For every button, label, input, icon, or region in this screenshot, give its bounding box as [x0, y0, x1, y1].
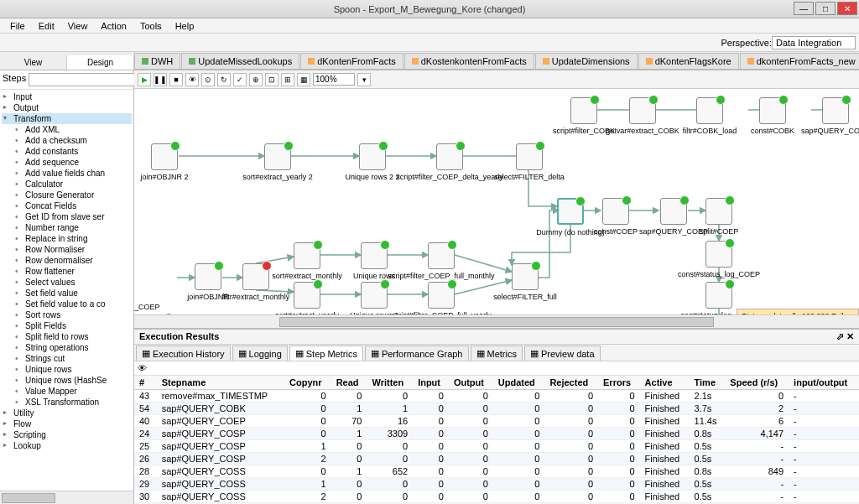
col-header[interactable]: Time: [690, 376, 726, 390]
table-row[interactable]: 29sap#QUERY_COSS10000000Finished0.5s--: [134, 478, 859, 491]
step-sort-extract-monthly[interactable]: sort#extract_monthly: [294, 242, 320, 269]
table-row[interactable]: 43remove#max_TIMESTMP00000000Finished2.1…: [134, 390, 859, 403]
step-dummy[interactable]: Dummy (do nothing): [557, 198, 584, 225]
tree-item[interactable]: Value Mapper: [2, 386, 132, 397]
step-filtr-extract-monthly[interactable]: filtr#extract_monthly: [242, 263, 269, 290]
tree-root-lookup[interactable]: Lookup: [2, 440, 132, 451]
col-header[interactable]: Active: [640, 376, 690, 390]
table-row[interactable]: 28sap#QUERY_COSS0165200000Finished0.8s84…: [134, 465, 859, 478]
tree-item[interactable]: Split Fields: [2, 320, 132, 331]
tree-item[interactable]: Row flattener: [2, 266, 132, 277]
tree-item[interactable]: Unique rows (HashSe: [2, 375, 132, 386]
tree-item[interactable]: Add sequence: [2, 157, 132, 168]
step-filtr-cobk-load[interactable]: filtr#COBK_load: [696, 97, 723, 124]
step-const-status-log[interactable]: const#status_log_COEP: [705, 241, 732, 268]
tree-root-input[interactable]: Input: [2, 91, 132, 102]
tree-item[interactable]: Add XML: [2, 124, 132, 135]
step-join-objnr2[interactable]: join#OBJNR 2: [151, 143, 178, 170]
tree-item[interactable]: Unique rows: [2, 364, 132, 375]
step-unique-rows2[interactable]: Unique rows 2: [361, 282, 388, 309]
step-const-coep[interactable]: const#COEP: [602, 198, 629, 225]
step-seq-status-log[interactable]: seq#status_log_COEP: [705, 282, 732, 309]
file-tab[interactable]: DWH: [134, 53, 180, 69]
step-unique-rows[interactable]: Unique rows: [361, 242, 388, 269]
col-header[interactable]: Speed (r/s): [725, 376, 789, 390]
file-tab[interactable]: dKontenFromFacts: [300, 53, 403, 69]
tree-root-utility[interactable]: Utility: [2, 408, 132, 418]
step-select-filter-full[interactable]: select#FILTER_full: [512, 263, 539, 290]
col-header[interactable]: Output: [449, 376, 493, 390]
eye-icon[interactable]: 👁: [138, 363, 147, 373]
tree-item[interactable]: Row Normaliser: [2, 244, 132, 255]
show-results-button[interactable]: ▦: [297, 73, 310, 86]
step-filter-coep-delta[interactable]: script#filter_COEP_delta_yearly: [436, 143, 463, 170]
explore-button[interactable]: ⊞: [281, 73, 294, 86]
tree-item[interactable]: Set field value to a co: [2, 299, 132, 309]
tree-item[interactable]: Add value fields chan: [2, 168, 132, 179]
step-sort-extract-yearly2[interactable]: sort#extract_yearly 2: [264, 143, 291, 170]
col-header[interactable]: Written: [367, 376, 413, 390]
debug-button[interactable]: ⊙: [201, 73, 215, 86]
tree-item[interactable]: Select values: [2, 277, 132, 288]
col-header[interactable]: Read: [331, 376, 367, 390]
tree-item[interactable]: Calculator: [2, 179, 132, 190]
col-header[interactable]: Updated: [493, 376, 545, 390]
table-row[interactable]: 30sap#QUERY_COSS20000000Finished0.5s--: [134, 491, 859, 503]
step-const-cobk[interactable]: const#COBK: [759, 97, 786, 124]
step-sort-extract-yearly[interactable]: sort#extract_yearly: [294, 282, 320, 309]
menu-action[interactable]: Action: [94, 19, 133, 33]
steps-search-input[interactable]: [29, 73, 148, 86]
tree-item[interactable]: Add a checksum: [2, 135, 132, 146]
step-split-coep[interactable]: split#COEP: [705, 198, 732, 225]
close-button[interactable]: ✕: [837, 2, 857, 15]
pause-button[interactable]: ❚❚: [154, 73, 167, 86]
perspective-input[interactable]: [772, 36, 856, 49]
menu-file[interactable]: File: [3, 19, 32, 33]
results-tab[interactable]: ▦Preview data: [524, 346, 601, 361]
step-sap-query-coep[interactable]: sap#QUERY_COEP: [660, 198, 687, 225]
col-header[interactable]: input/output: [789, 376, 859, 390]
col-header[interactable]: Stepname: [157, 376, 284, 390]
table-row[interactable]: 40sap#QUERY_COEP0701600000Finished11.4s6…: [134, 415, 859, 428]
step-join-objnr[interactable]: join#OBJNR: [195, 263, 221, 290]
menu-edit[interactable]: Edit: [32, 19, 61, 33]
table-row[interactable]: 26sap#QUERY_COSP20000000Finished0.5s--: [134, 453, 859, 465]
tree-scrollbar[interactable]: [0, 491, 133, 504]
results-tab[interactable]: ▦Execution History: [136, 346, 231, 361]
file-tab[interactable]: dKostenkontenFromFacts: [404, 53, 534, 69]
close-results-icon[interactable]: ✕: [846, 331, 854, 341]
col-header[interactable]: #: [134, 376, 157, 390]
file-tab[interactable]: UpdateMissedLookups: [181, 53, 299, 69]
tree-item[interactable]: Closure Generator: [2, 190, 132, 200]
tree-item[interactable]: Concat Fields: [2, 200, 132, 211]
canvas[interactable]: script#filter_COBK getvar#extract_COBK f…: [134, 89, 859, 314]
file-tab[interactable]: dKontenFlagsKore: [638, 53, 739, 69]
menu-view[interactable]: View: [61, 19, 95, 33]
replay-button[interactable]: ↻: [217, 73, 231, 86]
table-row[interactable]: 54sap#QUERY_COBK01100000Finished3.7s2-: [134, 403, 859, 415]
impact-button[interactable]: ⊕: [249, 73, 263, 86]
stop-button[interactable]: ■: [169, 73, 183, 86]
results-tab[interactable]: ▦Step Metrics: [289, 346, 363, 361]
step-select-filter-delta[interactable]: select#FILTER_delta: [516, 143, 543, 170]
detach-icon[interactable]: ⬀: [836, 331, 844, 341]
step-filter-full-monthly[interactable]: script#filter_COEP_full_monthly: [428, 242, 455, 269]
tree-item[interactable]: Get ID from slave ser: [2, 211, 132, 222]
results-grid[interactable]: #StepnameCopynrReadWrittenInputOutputUpd…: [134, 376, 859, 504]
design-tab[interactable]: Design: [67, 55, 134, 70]
tree-item[interactable]: Add constants: [2, 146, 132, 157]
tree-item[interactable]: Number range: [2, 222, 132, 233]
tree-item[interactable]: Sort rows: [2, 309, 132, 320]
results-tab[interactable]: ▦Logging: [232, 346, 288, 361]
tree-item[interactable]: String operations: [2, 342, 132, 353]
col-header[interactable]: Input: [413, 376, 449, 390]
tree-root-transform[interactable]: Transform: [2, 113, 132, 124]
tree-item[interactable]: Set field value: [2, 288, 132, 299]
step-filter-cobk[interactable]: script#filter_COBK: [570, 97, 597, 124]
menu-help[interactable]: Help: [169, 19, 201, 33]
tree-root-flow[interactable]: Flow: [2, 418, 132, 429]
results-tab[interactable]: ▦Performance Graph: [365, 346, 469, 361]
maximize-button[interactable]: □: [815, 2, 836, 15]
menu-tools[interactable]: Tools: [133, 19, 169, 33]
file-tab[interactable]: UpdateDimensions: [535, 53, 638, 69]
